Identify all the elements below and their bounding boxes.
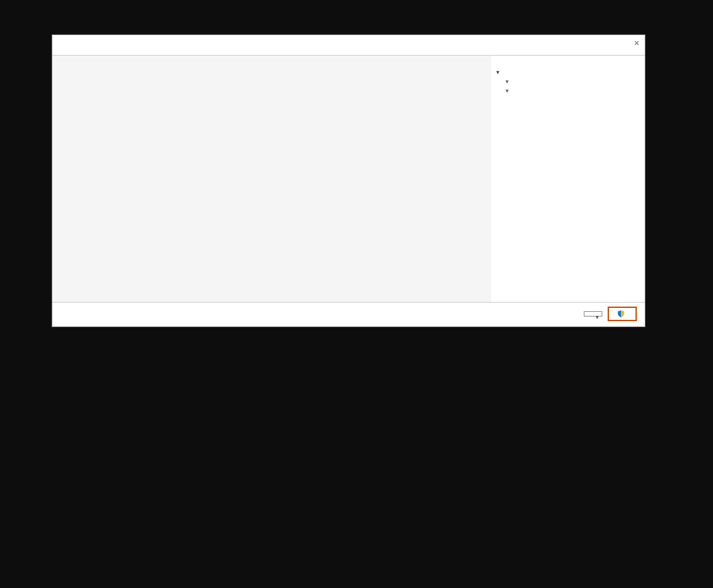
shield-icon [617, 310, 625, 318]
tree-expanded[interactable]: ▾ [496, 68, 639, 77]
location-path [60, 309, 637, 317]
tree-included[interactable]: ▾ [506, 77, 639, 86]
on-this-page-nav [653, 0, 713, 327]
vs-installer: × ▾ ▾ ▾ [52, 34, 645, 327]
install-button[interactable] [608, 307, 637, 321]
installer-tabs [52, 51, 645, 56]
install-mode-dropdown[interactable] [584, 311, 602, 317]
tree-optional[interactable]: ▾ [506, 86, 639, 95]
close-icon[interactable]: × [634, 38, 639, 48]
